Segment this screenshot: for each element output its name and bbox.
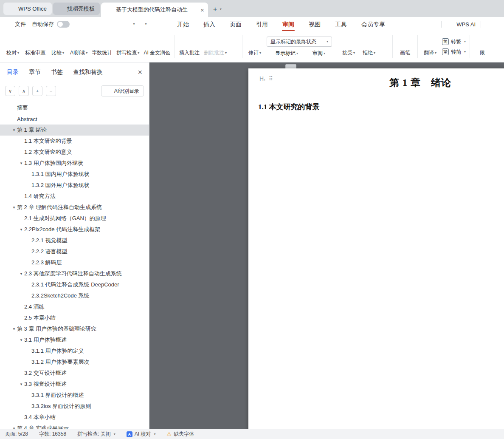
collapse-all-button[interactable]: ∨	[5, 86, 15, 96]
toc-item[interactable]: ▼2.2Pix2code 代码注释生成框架	[0, 224, 149, 235]
drag-handle-icon[interactable]: ⠿	[269, 75, 273, 82]
toc-item[interactable]: Abstract	[0, 113, 149, 125]
expand-all-button[interactable]: ∧	[19, 86, 29, 96]
toc-item[interactable]: ▼第 1 章 绪论	[0, 125, 149, 136]
restrict-edit-button[interactable]: 限	[472, 33, 493, 60]
toc-item[interactable]: 摘要	[0, 102, 149, 113]
previous-revision-button[interactable]	[380, 37, 389, 44]
toc-item[interactable]: 1.4 研究方法	[0, 191, 149, 202]
toc-item[interactable]: ▼3.3 视觉设计概述	[0, 379, 149, 390]
menu-tab-6[interactable]: 工具	[328, 17, 354, 31]
insert-comment-button[interactable]: 插入批注	[177, 33, 202, 60]
print-preview-button[interactable]	[113, 19, 124, 29]
toc-item[interactable]: 1.1 本文研究的背景	[0, 136, 149, 147]
toc-item[interactable]: 3.1.2 用户体验要素层次	[0, 357, 149, 368]
spell-check-button[interactable]: 拼写检查▾	[114, 33, 141, 60]
document-area[interactable]: H₁ ⠿ 第 1 章 绪论 1.1 本文研究的背景	[149, 62, 504, 429]
expand-arrow-icon[interactable]: ▼	[11, 128, 17, 132]
toc-item[interactable]: 3.2 交互设计概述	[0, 368, 149, 379]
markup-state-select[interactable]: 显示标记的最终状态 ▾	[267, 37, 332, 47]
toc-item[interactable]: 2.3.1 代码注释合成系统 DeepCoder	[0, 279, 149, 290]
export-button[interactable]	[89, 19, 100, 29]
tab-template-search[interactable]: 找稻壳模板	[53, 3, 100, 15]
decrease-level-button[interactable]: −	[46, 86, 56, 96]
simplified-to-traditional-button[interactable]: 简 转繁 ▾	[442, 38, 466, 45]
toc-item[interactable]: ▼3.1 用户体验概述	[0, 334, 149, 346]
spellcheck-status[interactable]: 拼写检查: 关闭 ▾	[77, 431, 115, 438]
traditional-to-simplified-button[interactable]: 繁 转简 ▾	[442, 48, 466, 56]
file-menu[interactable]: 文件	[6, 20, 26, 28]
tab-toc[interactable]: 目录	[7, 68, 19, 76]
toc-item[interactable]: 2.2.1 视觉模型	[0, 235, 149, 246]
word-count-button[interactable]: 字数统计	[90, 33, 114, 60]
ai-proofread-status[interactable]: A AI 校对 ▾	[127, 431, 156, 438]
toc-item[interactable]: 2.3.2Sketch2Code 系统	[0, 290, 149, 301]
expand-arrow-icon[interactable]: ▼	[18, 382, 24, 386]
tab-wps-home[interactable]: WPS Office	[3, 3, 52, 15]
ai-polish-button[interactable]: AI 全文润色	[141, 33, 172, 60]
toc-item[interactable]: ▼第 2 章 理解代码注释自动生成系统	[0, 202, 149, 213]
document-page[interactable]: H₁ ⠿ 第 1 章 绪论 1.1 本文研究的背景	[248, 68, 504, 429]
ai-read-button[interactable]: AI朗读▾	[68, 33, 90, 60]
toc-item[interactable]: 1.3.1 国内用户体验现状	[0, 169, 149, 180]
missing-font-warning[interactable]: ⚠ 缺失字体	[166, 431, 194, 438]
reject-button[interactable]: 拒绝▾	[359, 33, 379, 60]
expand-arrow-icon[interactable]: ▼	[11, 206, 17, 210]
toc-item[interactable]: ▼第 3 章 用户体验的基础理论研究	[0, 323, 149, 334]
tab-list-caret-icon[interactable]: ▾	[220, 8, 222, 11]
search-button[interactable]	[487, 19, 498, 29]
word-count-indicator[interactable]: 字数: 16358	[39, 431, 66, 438]
print-button[interactable]	[101, 19, 112, 29]
save-button[interactable]	[77, 19, 88, 29]
proofread-button[interactable]: 校对▾	[3, 33, 23, 60]
toc-item[interactable]: ▼第 4 章 实践成果展示	[0, 423, 149, 429]
show-markup-button[interactable]: 显示标记 ▾	[267, 50, 298, 57]
translate-button[interactable]: 翻译▾	[420, 33, 440, 60]
wps-ai-button[interactable]: WPS AI	[447, 21, 476, 28]
menu-tab-7[interactable]: 会员专享	[354, 17, 392, 31]
accept-button[interactable]: 接受▾	[338, 33, 359, 60]
standard-review-button[interactable]: 标准审查	[23, 33, 48, 60]
toc-item[interactable]: 3.1.1 用户体验的定义	[0, 346, 149, 357]
menu-tab-3[interactable]: 引用	[249, 17, 275, 31]
tab-chapters[interactable]: 章节	[29, 68, 41, 76]
ink-brush-button[interactable]: 画笔	[395, 33, 415, 60]
tab-find-replace[interactable]: 查找和替换	[73, 68, 103, 76]
redo-button[interactable]: ▾	[136, 19, 147, 29]
increase-level-button[interactable]: +	[32, 86, 42, 96]
expand-arrow-icon[interactable]: ▼	[18, 338, 24, 342]
close-sidebar-button[interactable]: ×	[138, 68, 142, 77]
menu-tab-4[interactable]: 审阅	[275, 17, 301, 31]
compare-button[interactable]: 比较▾	[48, 33, 68, 60]
toc-item[interactable]: 2.4 演练	[0, 301, 149, 312]
toc-item[interactable]: 3.3.2ios 界面设计的原则	[0, 401, 149, 412]
page-indicator[interactable]: 页面: 5/28	[5, 431, 28, 438]
toc-item[interactable]: ▼2.3 其他深度学习代码注释自动生成系统	[0, 268, 149, 279]
next-revision-button[interactable]	[380, 49, 389, 57]
menu-tab-0[interactable]: 开始	[170, 17, 196, 31]
autosave-toggle[interactable]: 自动保存	[32, 20, 70, 28]
undo-button[interactable]: ▾	[124, 19, 135, 29]
toc-item[interactable]: 2.2.3 解码层	[0, 257, 149, 268]
menu-tab-1[interactable]: 插入	[196, 17, 222, 31]
track-changes-button[interactable]: 修订▾	[245, 33, 265, 60]
toc-item[interactable]: 3.3.1 界面设计的概述	[0, 390, 149, 401]
new-tab-button[interactable]: +	[213, 6, 217, 13]
close-tab-button[interactable]: ×	[200, 6, 204, 14]
toc-item[interactable]: ▼1.3 用户体验国内外现状	[0, 158, 149, 169]
toc-item[interactable]: 2.2.2 语言模型	[0, 246, 149, 257]
expand-arrow-icon[interactable]: ▼	[18, 272, 24, 276]
toc-item[interactable]: 3.4 本章小结	[0, 412, 149, 423]
toc-item[interactable]: 2.5 本章小结	[0, 312, 149, 323]
review-pane-button[interactable]: 审阅 ▾	[304, 50, 325, 57]
menu-tab-2[interactable]: 页面	[222, 17, 249, 31]
toc-item[interactable]: 2.1 生成对抗网络（GAN）的原理	[0, 213, 149, 224]
toc-item[interactable]: 1.2 本文研究的意义	[0, 147, 149, 158]
expand-arrow-icon[interactable]: ▼	[18, 161, 24, 165]
toc-item[interactable]: 1.3.2 国外用户体验现状	[0, 180, 149, 191]
tab-bookmarks[interactable]: 书签	[51, 68, 63, 76]
tab-document[interactable]: 基于大模型的代码注释自动生 ×	[101, 3, 208, 17]
ai-recognize-toc-button[interactable]: AI识别目录	[101, 85, 144, 96]
expand-arrow-icon[interactable]: ▼	[11, 327, 17, 331]
expand-arrow-icon[interactable]: ▼	[18, 228, 24, 232]
